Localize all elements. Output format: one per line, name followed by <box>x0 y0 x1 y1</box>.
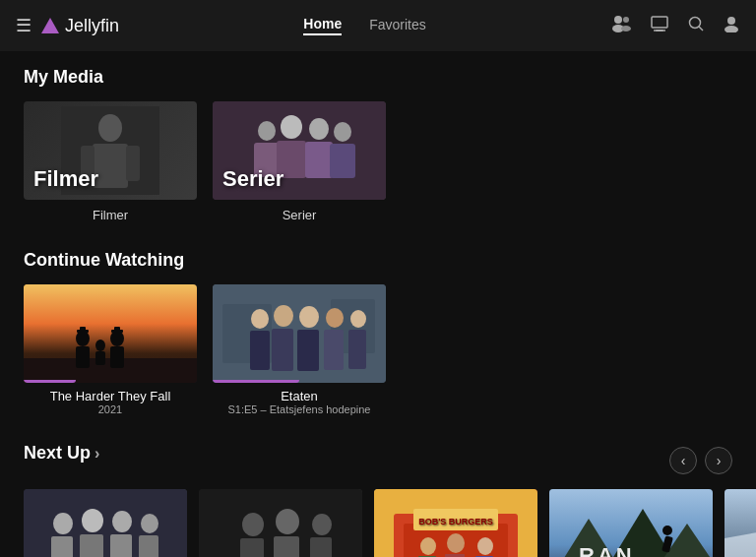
svg-point-75 <box>477 537 493 555</box>
filmer-bg: Filmer <box>24 101 197 200</box>
svg-rect-65 <box>310 537 332 557</box>
svg-point-21 <box>309 118 329 140</box>
next-card-3-image: BOB'S BURGERS <box>374 489 537 557</box>
etaten-subtitle: S1:E5 – Etatsjefens hodepine <box>213 403 386 415</box>
continue-watching-title: Continue Watching <box>24 250 732 271</box>
svg-rect-58 <box>139 535 158 557</box>
next-card-2[interactable] <box>199 489 362 557</box>
next-up-grid: BOB'S BURGERS <box>24 489 732 557</box>
svg-point-71 <box>420 537 436 555</box>
next-up-title: Next Up › <box>24 443 99 464</box>
serier-label: Serier <box>222 166 284 192</box>
svg-rect-47 <box>324 330 344 370</box>
svg-rect-49 <box>348 330 366 369</box>
next-card-1-image <box>24 489 187 557</box>
svg-rect-41 <box>250 331 270 370</box>
svg-point-57 <box>141 514 158 533</box>
search-icon[interactable] <box>687 15 705 37</box>
continue-grid: The Harder They Fall 2021 <box>24 284 732 415</box>
svg-point-81 <box>662 526 672 535</box>
filmer-card-image: Filmer <box>24 101 197 200</box>
logo-triangle-icon <box>41 18 59 33</box>
svg-point-23 <box>334 122 351 142</box>
svg-text:RAN: RAN <box>579 543 635 557</box>
media-grid: Filmer Filmer <box>24 101 732 222</box>
next-bg-2 <box>199 489 362 557</box>
next-bg-3-bobs: BOB'S BURGERS <box>374 489 537 557</box>
serier-name: Serier <box>283 208 317 222</box>
next-card-3[interactable]: BOB'S BURGERS <box>374 489 537 557</box>
svg-point-73 <box>447 533 465 553</box>
svg-point-17 <box>258 121 276 141</box>
svg-point-9 <box>727 17 735 25</box>
next-card-5[interactable] <box>724 489 756 557</box>
svg-point-64 <box>312 514 332 535</box>
svg-point-62 <box>276 509 299 534</box>
svg-point-10 <box>724 26 738 32</box>
nav-home[interactable]: Home <box>303 16 342 35</box>
svg-point-53 <box>82 509 103 532</box>
svg-rect-22 <box>305 142 333 178</box>
next-card-2-image <box>199 489 362 557</box>
svg-point-27 <box>76 331 90 346</box>
svg-text:BOB'S BURGERS: BOB'S BURGERS <box>418 517 493 526</box>
serier-card-image: Serier <box>213 101 386 200</box>
etaten-progress <box>213 380 299 383</box>
svg-point-48 <box>350 310 366 328</box>
harder-card-image <box>24 284 197 383</box>
next-arrow-button[interactable]: › <box>705 447 732 474</box>
continue-card-etaten[interactable]: Etaten S1:E5 – Etatsjefens hodepine <box>213 284 386 415</box>
harder-title: The Harder They Fall <box>24 389 197 403</box>
filmer-name: Filmer <box>93 208 128 222</box>
main-nav: Home Favorites <box>303 16 425 35</box>
nav-favorites[interactable]: Favorites <box>369 17 426 34</box>
svg-point-55 <box>112 511 132 532</box>
svg-rect-43 <box>272 329 293 371</box>
people-icon[interactable] <box>610 15 632 37</box>
media-card-filmer[interactable]: Filmer Filmer <box>24 101 197 222</box>
svg-rect-24 <box>330 144 355 178</box>
header: ☰ Jellyfin Home Favorites <box>0 0 756 51</box>
logo[interactable]: Jellyfin <box>41 16 119 36</box>
svg-point-44 <box>299 306 319 328</box>
my-media-section: My Media <box>24 67 732 222</box>
my-media-title: My Media <box>24 67 732 88</box>
etaten-card-image <box>213 284 386 383</box>
svg-line-8 <box>699 27 703 31</box>
svg-rect-56 <box>110 534 132 557</box>
svg-rect-36 <box>114 327 120 332</box>
svg-point-46 <box>326 308 344 328</box>
next-up-section: Next Up › ‹ › <box>24 443 732 557</box>
next-card-4-image: RAN <box>549 489 713 557</box>
nav-arrows: ‹ › <box>669 447 732 474</box>
harder-progress <box>24 380 76 383</box>
next-card-4[interactable]: RAN <box>549 489 713 557</box>
svg-rect-52 <box>51 536 73 557</box>
filmer-label: Filmer <box>33 166 98 192</box>
svg-rect-45 <box>297 330 319 371</box>
prev-arrow-button[interactable]: ‹ <box>669 447 697 474</box>
next-bg-4-ran: RAN <box>549 489 713 557</box>
cast-icon[interactable] <box>650 15 669 37</box>
app-name: Jellyfin <box>65 16 119 36</box>
hamburger-icon[interactable]: ☰ <box>16 15 32 36</box>
svg-point-7 <box>689 17 700 28</box>
svg-rect-15 <box>126 146 140 181</box>
etaten-bg <box>213 284 386 383</box>
svg-rect-63 <box>274 536 299 557</box>
continue-watching-section: Continue Watching <box>24 250 732 415</box>
svg-rect-30 <box>95 351 105 365</box>
svg-rect-50 <box>24 489 187 557</box>
user-icon[interactable] <box>723 15 740 37</box>
svg-rect-28 <box>76 346 90 368</box>
media-card-serier[interactable]: Serier Serier <box>213 101 386 222</box>
next-card-1[interactable] <box>24 489 187 557</box>
svg-rect-32 <box>110 346 124 368</box>
next-up-arrow-icon[interactable]: › <box>94 445 99 463</box>
svg-rect-34 <box>80 327 86 332</box>
continue-card-harder[interactable]: The Harder They Fall 2021 <box>24 284 197 415</box>
main-content: My Media <box>0 51 756 557</box>
next-card-5-image <box>724 489 756 557</box>
svg-point-51 <box>53 513 73 534</box>
svg-point-31 <box>110 331 124 346</box>
